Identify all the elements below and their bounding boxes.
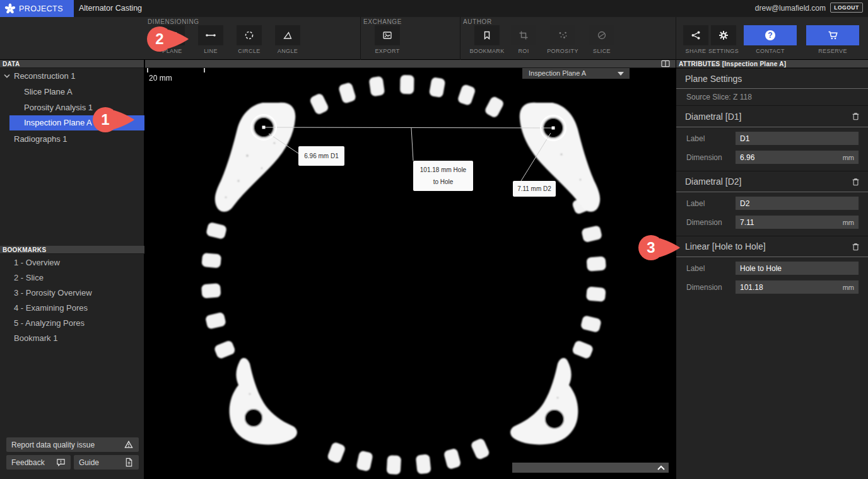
scan-viewport[interactable]: 20 mm Inspection Plane A 6.96 mm D1 101.… (145, 60, 676, 479)
attributes-header: ATTRIBUTES [Inspection Plane A] (676, 60, 868, 68)
tree-item-porosity-analysis[interactable]: Porosity Analysis 1 (0, 100, 144, 115)
tree-item-label: Radiographs 1 (14, 131, 67, 147)
export-tool-button[interactable] (375, 25, 400, 45)
bookmark-item-porosity-overview[interactable]: 3 - Porosity Overview (14, 286, 140, 301)
tree-item-slice-plane-a[interactable]: Slice Plane A (0, 84, 144, 100)
porosity-dots-icon (558, 30, 568, 40)
tree-item-label: Porosity Analysis 1 (24, 100, 93, 115)
logout-button[interactable]: LOGOUT (830, 3, 863, 13)
roi-crop-icon (519, 30, 529, 40)
d2-dimension-row: Dimension mm (676, 213, 868, 232)
reserve-button[interactable] (806, 25, 859, 45)
main-toolbar: DIMENSIONING EXCHANGE AUTHOR PLANE LINE … (0, 17, 868, 60)
share-button[interactable] (683, 25, 708, 45)
d1-measurement-label[interactable]: 6.96 mm D1 (298, 146, 344, 166)
bookmark-tool-button[interactable] (474, 25, 500, 45)
settings-button[interactable] (711, 25, 736, 45)
delete-d1-icon[interactable] (852, 112, 860, 121)
line-tool-button[interactable] (198, 25, 223, 45)
diametral-d1-section-header[interactable]: Diametral [D1] (676, 105, 868, 127)
export-image-icon (382, 30, 392, 40)
linear-title: Linear [Hole to Hole] (685, 241, 766, 251)
tree-item-label: Inspection Plane A (24, 115, 92, 130)
linear-label-input[interactable] (740, 264, 854, 273)
top-bar: PROJECTS Alternator Casting drew@lumafie… (0, 0, 868, 17)
linear-label-key: Label (686, 259, 705, 278)
d2-center-handle (552, 127, 555, 130)
export-tool-label: EXPORT (367, 48, 408, 54)
linear-dimension-input[interactable] (740, 283, 840, 292)
diametral-d2-section-header[interactable]: Diametral [D2] (676, 171, 868, 192)
d2-dimension-key: Dimension (686, 213, 722, 232)
bookmark-item-slice[interactable]: 2 - Slice (14, 270, 140, 286)
projects-button[interactable]: PROJECTS (0, 0, 74, 17)
author-section-label: AUTHOR (463, 18, 492, 25)
d2-label-input[interactable] (740, 199, 854, 208)
d1-dimension-field: mm (736, 151, 859, 164)
d1-dimension-key: Dimension (686, 148, 722, 167)
hole-to-hole-measurement-label[interactable]: 101.18 mm Hole to Hole (413, 161, 473, 191)
tree-item-inspection-plane-a-selected[interactable]: Inspection Plane A (9, 115, 144, 130)
bookmark-item-analyzing-pores[interactable]: 5 - Analyzing Pores (14, 316, 140, 331)
feedback-bubble-icon (56, 458, 66, 467)
scale-label: 20 mm (149, 74, 172, 83)
tree-item-radiographs[interactable]: Radiographs 1 (0, 131, 144, 147)
roi-tool-button[interactable] (511, 25, 536, 45)
share-icon (691, 30, 701, 40)
angle-tool-button[interactable] (275, 25, 300, 45)
casting-wings (215, 103, 600, 445)
cart-icon (828, 30, 838, 40)
tree-item-reconstruction[interactable]: Reconstruction 1 (0, 68, 144, 84)
circle-tool-label: CIRCLE (229, 48, 269, 54)
guide-label: Guide (79, 458, 99, 467)
toolbar-divider (360, 17, 361, 60)
delete-linear-icon[interactable] (852, 242, 860, 251)
feedback-button[interactable]: Feedback (6, 455, 71, 470)
linear-dimension-field: mm (736, 280, 859, 294)
measurement-graphics (148, 66, 566, 181)
slice-slider-bar[interactable] (512, 463, 669, 473)
dimensioning-section-label: DIMENSIONING (148, 18, 199, 25)
tree-item-label: Reconstruction 1 (14, 68, 76, 84)
plane-tool-label: PLANE (152, 48, 192, 54)
delete-d2-icon[interactable] (852, 177, 860, 187)
line-tool-label: LINE (191, 48, 231, 54)
bookmark-tool-label: BOOKMARK (467, 48, 507, 54)
bookmark-item-examining-pores[interactable]: 4 - Examining Pores (14, 301, 140, 316)
tree-item-label: Slice Plane A (24, 84, 73, 100)
bore-holes (245, 117, 564, 429)
d1-label-key: Label (686, 129, 705, 148)
hole-to-hole-line2: to Hole (433, 178, 454, 185)
guide-button[interactable]: Guide (74, 455, 139, 470)
porosity-tool-button[interactable] (550, 25, 575, 45)
d2-label-key: Label (686, 194, 705, 213)
feedback-label: Feedback (11, 458, 45, 467)
linear-hole-to-hole-section-header[interactable]: Linear [Hole to Hole] (676, 236, 868, 257)
ct-cross-section (145, 60, 676, 479)
plane-icon (167, 30, 177, 40)
d1-unit-label: mm (843, 154, 854, 161)
d2-label-row: Label (676, 194, 868, 213)
circle-tool-button[interactable] (237, 25, 262, 45)
d1-dimension-input[interactable] (740, 153, 840, 162)
reserve-button-label: RESERVE (812, 48, 853, 54)
linear-label-field (736, 262, 859, 275)
d2-unit-label: mm (843, 219, 854, 226)
contact-button[interactable]: ? (744, 25, 797, 45)
report-data-quality-button[interactable]: Report data quality issue (6, 437, 139, 452)
plane-settings-row[interactable]: Plane Settings (676, 68, 868, 89)
linear-dimension-row: Dimension mm (676, 278, 868, 297)
plane-selector-dropdown[interactable]: Inspection Plane A (522, 68, 630, 79)
d2-dimension-input[interactable] (740, 218, 840, 227)
slice-tool-button[interactable] (589, 25, 614, 45)
d2-measurement-label[interactable]: 7.11 mm D2 (513, 181, 556, 197)
projects-label: PROJECTS (19, 4, 63, 13)
panel-toggle-icon[interactable] (660, 60, 671, 67)
bookmark-item-bookmark-1[interactable]: Bookmark 1 (14, 331, 140, 346)
bookmark-icon (482, 30, 492, 40)
bookmark-item-overview[interactable]: 1 - Overview (14, 255, 140, 270)
plane-tool-button[interactable] (160, 25, 185, 45)
linear-dimension-key: Dimension (686, 278, 722, 297)
linear-unit-label: mm (843, 284, 854, 291)
d1-label-input[interactable] (740, 134, 854, 143)
